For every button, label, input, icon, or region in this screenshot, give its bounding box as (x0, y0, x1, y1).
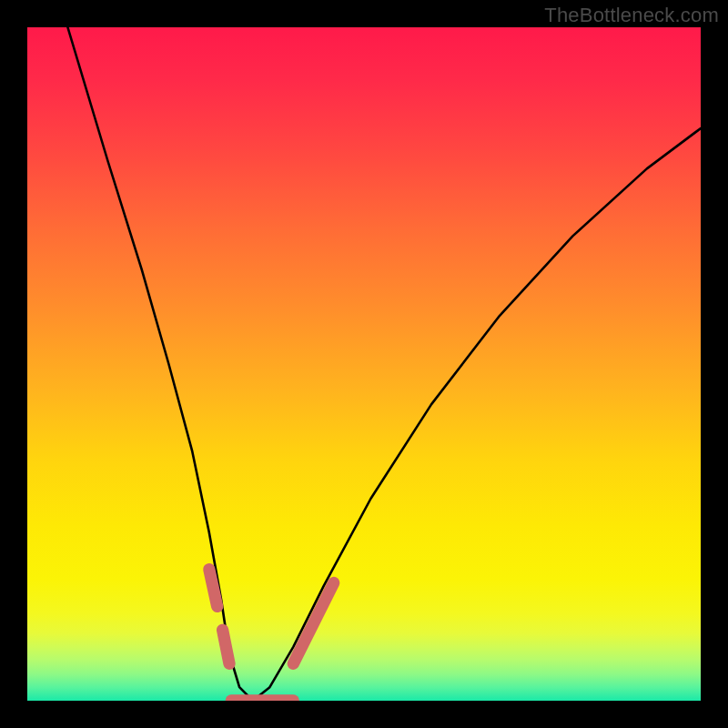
watermark-text: TheBottleneck.com (544, 4, 719, 27)
highlight-segment-0 (209, 570, 217, 607)
highlight-segment-3 (293, 583, 333, 664)
chart-frame: TheBottleneck.com (0, 0, 728, 728)
curve-layer (27, 27, 701, 701)
highlight-segment-1 (223, 630, 229, 663)
plot-area (27, 27, 701, 701)
bottleneck-curve (67, 27, 701, 701)
